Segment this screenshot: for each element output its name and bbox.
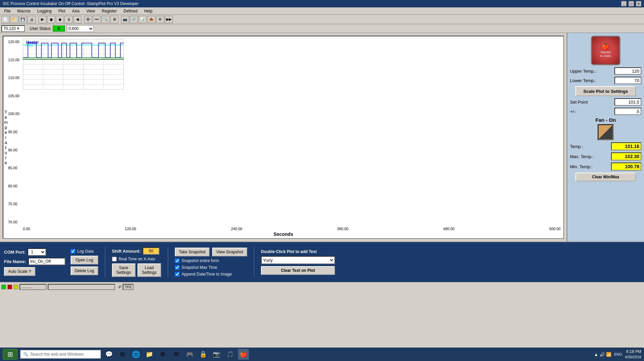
menu-logging[interactable]: Logging — [35, 8, 54, 14]
start-button[interactable]: ⊞ — [3, 349, 17, 360]
fan-on-section: Fan - On — [570, 117, 641, 140]
minimize-button[interactable]: _ — [621, 1, 627, 6]
toolbar-print[interactable]: 🖨 — [28, 16, 36, 23]
temp-value: 101.16 — [611, 142, 641, 150]
plus-minus-input[interactable] — [614, 108, 641, 115]
upper-temp-input[interactable] — [614, 67, 641, 75]
snapshot-entire-checkbox[interactable] — [175, 258, 180, 263]
set-point-input[interactable] — [614, 98, 641, 106]
text-dropdown[interactable]: Yuriy — [261, 256, 335, 264]
toolbar-run[interactable]: ▶ — [38, 16, 46, 23]
taskbar-security[interactable]: 🔒 — [198, 349, 209, 360]
toolbar-stop[interactable]: ⏹ — [47, 16, 55, 23]
toolbar-minus[interactable]: ➖ — [93, 16, 101, 23]
menu-macros[interactable]: Macros — [14, 8, 33, 14]
y-label-100: 100.00 — [8, 112, 20, 116]
toolbar-zoom[interactable]: 🔍 — [102, 16, 110, 23]
file-name-input[interactable] — [28, 258, 65, 265]
search-placeholder: Search the web and Windows — [30, 352, 84, 357]
plus-minus-row: +/-: — [570, 108, 641, 115]
menu-plot[interactable]: Plot — [55, 8, 68, 14]
snapshot-entire-row: Snapshot entire form — [175, 258, 247, 263]
scale-plot-button[interactable]: Scale Plot to Settings — [575, 86, 636, 96]
maximize-button[interactable]: □ — [629, 1, 634, 6]
max-temp-row: Max. Temp.: 102.30 — [570, 152, 641, 160]
taskbar-photo[interactable]: 📷 — [211, 349, 222, 360]
title-bar-controls[interactable]: _ □ ✕ — [621, 1, 641, 6]
search-bar[interactable]: 🔍 Search the web and Windows — [20, 350, 101, 359]
toolbar-save[interactable]: 💾 — [19, 16, 27, 23]
clear-text-button[interactable]: Clear Text on Plot — [261, 266, 335, 275]
realtime-x-row: Real Time on X-Axis — [112, 257, 161, 261]
save-settings-button[interactable]: Save Settings — [112, 263, 136, 277]
y-label-90: 90.00 — [8, 148, 20, 152]
toolbar-new[interactable]: 📄 — [1, 16, 9, 23]
toolbar-camera[interactable]: 📷 — [121, 16, 129, 23]
y-label-95: 95.00 — [8, 130, 20, 134]
min-temp-label: Min. Temp.: — [570, 164, 593, 169]
menu-file[interactable]: File — [1, 8, 13, 14]
taskbar-explorer[interactable]: 📁 — [144, 349, 155, 360]
taskbar-time: 6:18 PM 4/30/2016 — [625, 349, 641, 360]
com-port-section: COM Port: 1 File Name: Auto Scale Y — [4, 248, 65, 276]
com-port-select[interactable]: 1 — [28, 248, 46, 256]
taskbar-task-view[interactable]: ⧉ — [117, 349, 128, 360]
toolbar: 📄 📂 💾 🖨 ▶ ⏹ ⏺ ⏸ ◀ ➕ ➖ 🔍 ⊞ 📷 🔗 📊 📤 ⚙ ▶▶ — [0, 15, 644, 24]
taskbar-game[interactable]: 🎮 — [184, 349, 195, 360]
y-label-70: 70.00 — [8, 220, 20, 224]
upper-temp-row: Upper Temp.: — [570, 67, 641, 75]
clear-minmax-button[interactable]: Clear Min/Max — [575, 173, 636, 181]
shift-amount-input[interactable] — [143, 247, 159, 255]
menu-view[interactable]: View — [84, 8, 98, 14]
snapshot-max-time-checkbox[interactable] — [175, 265, 180, 270]
menu-defined[interactable]: Defined — [121, 8, 140, 14]
menu-register[interactable]: Register — [99, 8, 120, 14]
toolbar-chart[interactable]: 📊 — [139, 16, 147, 23]
toolbar-export[interactable]: 📤 — [147, 16, 155, 23]
delete-log-button[interactable]: Delete Log — [71, 266, 98, 275]
fan-indicator[interactable] — [598, 124, 614, 140]
speed-select[interactable]: 0,600 — [67, 25, 94, 32]
y-label-105: 105.00 — [8, 94, 20, 98]
toolbar-pause[interactable]: ⏸ — [65, 16, 73, 23]
lower-temp-input[interactable] — [614, 77, 641, 84]
realtime-x-checkbox[interactable] — [112, 257, 117, 261]
taskbar-mail[interactable]: ✉ — [171, 349, 182, 360]
set-point-row: Set Point — [570, 98, 641, 106]
append-datetime-checkbox[interactable] — [175, 272, 180, 277]
temp-label: Temp.: — [570, 144, 583, 149]
y-label-120: 120.00 — [8, 40, 20, 44]
y-axis-title: Temperature — [4, 110, 8, 165]
toolbar-link[interactable]: 🔗 — [130, 16, 138, 23]
taskbar-media[interactable]: 🎵 — [225, 349, 235, 360]
clock-date: 4/30/2016 — [625, 355, 641, 360]
status-tf: TF0 — [123, 284, 134, 290]
status-bottom: ............ -P TF0 — [0, 282, 644, 291]
taskbar-settings[interactable]: ⚙ — [157, 349, 168, 360]
taskbar-edge[interactable]: 🌐 — [130, 349, 141, 360]
toolbar-open[interactable]: 📂 — [10, 16, 18, 23]
close-button[interactable]: ✕ — [636, 1, 641, 6]
toolbar-record[interactable]: ⏺ — [56, 16, 64, 23]
toolbar-settings[interactable]: ⚙ — [156, 16, 164, 23]
taskbar: ⊞ 🔍 Search the web and Windows 💬 ⧉ 🌐 📁 ⚙… — [0, 348, 644, 361]
menu-help[interactable]: Help — [142, 8, 155, 14]
plot-container[interactable]: Temperature 120.00 115.00 110.00 105.00 … — [3, 36, 564, 239]
toolbar-fit[interactable]: ⊞ — [110, 16, 118, 23]
menu-axis[interactable]: Axis — [69, 8, 82, 14]
auto-scale-y-button[interactable]: Auto Scale Y — [4, 267, 35, 276]
taskbar-cortana[interactable]: 💬 — [104, 349, 114, 360]
toolbar-back[interactable]: ◀ — [73, 16, 81, 23]
svg-text:Fan: Fan — [26, 43, 33, 48]
open-log-button[interactable]: Open Log — [71, 256, 98, 264]
toolbar-plus[interactable]: ➕ — [84, 16, 92, 23]
load-settings-button[interactable]: Load Settings — [138, 263, 161, 277]
toolbar-forward[interactable]: ▶▶ — [165, 16, 173, 23]
snapshot-entire-label: Snapshot entire form — [182, 258, 219, 263]
take-snapshot-button[interactable]: Take Snapshot — [175, 248, 210, 256]
log-data-checkbox[interactable] — [71, 249, 75, 254]
view-snapshot-button[interactable]: View Snapshot — [212, 248, 247, 256]
taskbar-app[interactable]: 🍎 — [238, 349, 249, 360]
bottom-panel: COM Port: 1 File Name: Auto Scale Y Log … — [0, 242, 644, 282]
plot-svg[interactable]: Heater Fan Yuriy — [23, 39, 124, 89]
